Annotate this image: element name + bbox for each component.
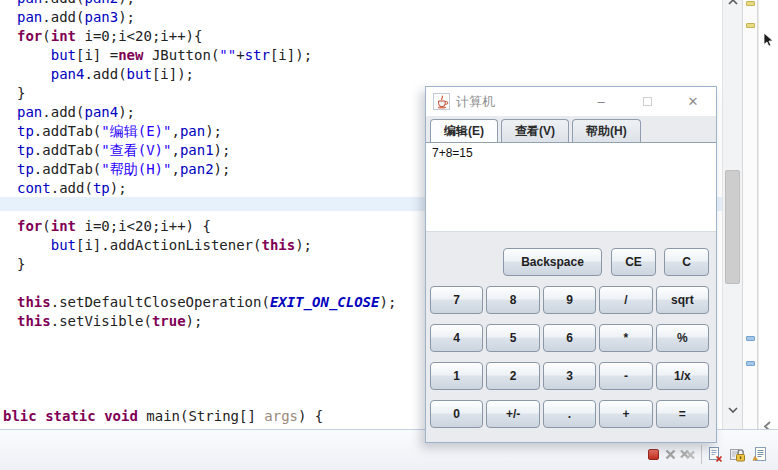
calc-button-backspace[interactable]: Backspace — [503, 248, 602, 276]
calc-key-1[interactable]: 1 — [430, 362, 483, 390]
calc-button-c[interactable]: C — [664, 248, 709, 276]
remove-all-terminated-icon — [679, 448, 696, 461]
calc-key-5[interactable]: 5 — [486, 324, 539, 352]
calc-button-ce[interactable]: CE — [611, 248, 656, 276]
code-line: blic static void main(String[] args) { — [3, 407, 396, 426]
terminate-button[interactable] — [645, 446, 662, 463]
code-line: tp.addTab("查看(V)",pan1); — [17, 141, 396, 160]
minimize-button[interactable]: – — [578, 87, 624, 116]
chevron-up-icon — [728, 0, 738, 5]
code-line: but[i] =new JButton(""+str[i]); — [17, 46, 396, 65]
code-line: pan4.add(but[i]); — [17, 65, 396, 84]
occurrence-marker[interactable] — [746, 23, 755, 28]
code-line: for(int i=0;i<20;i++) { — [17, 217, 396, 236]
calc-content: 7+8=15 BackspaceCEC 789/sqrt456*%123-1/x… — [426, 143, 716, 443]
calc-key-3[interactable]: 3 — [543, 362, 596, 390]
code-line: this.setDefaultCloseOperation(EXIT_ON_CL… — [17, 293, 396, 312]
scroll-lock-icon — [729, 446, 746, 463]
java-app-icon — [433, 93, 450, 110]
overview-ruler[interactable] — [742, 0, 758, 429]
toolbar-separator — [701, 445, 702, 464]
code-line — [17, 388, 396, 407]
calc-key-7[interactable]: 7 — [430, 286, 483, 314]
keypad-row: 456*% — [430, 324, 709, 352]
code-line — [17, 274, 396, 293]
code-line: this.setVisible(true); — [17, 312, 396, 331]
window-title: 计算机 — [456, 93, 495, 111]
keypad-row: 123-1/x — [430, 362, 709, 390]
code-line: tp.addTab("帮助(H)",pan2); — [17, 160, 396, 179]
calc-key-/[interactable]: / — [599, 286, 652, 314]
calc-key-1/x[interactable]: 1/x — [656, 362, 709, 390]
calc-key-*[interactable]: * — [599, 324, 652, 352]
scroll-down-button[interactable] — [723, 402, 743, 417]
chevron-down-icon — [728, 407, 738, 413]
calc-tab-2[interactable]: 查看(V) — [501, 119, 569, 142]
search-marker[interactable] — [746, 336, 755, 341]
calc-tab-3[interactable]: 帮助(H) — [572, 119, 641, 142]
right-margin-column — [758, 0, 778, 429]
search-marker[interactable] — [746, 361, 755, 366]
code-line: pan.add(pan4); — [17, 103, 396, 122]
calc-key-+/-[interactable]: +/- — [486, 400, 539, 428]
maximize-button[interactable] — [624, 87, 670, 116]
calculator-titlebar[interactable]: 计算机 – ✕ — [426, 87, 716, 116]
close-button[interactable]: ✕ — [670, 87, 716, 116]
keypad-row: 789/sqrt — [430, 286, 709, 314]
remove-launch-button[interactable] — [662, 446, 679, 463]
code-line: but[i].addActionListener(this); — [17, 236, 396, 255]
calc-key-.[interactable]: . — [543, 400, 596, 428]
console-settings-icon — [751, 446, 768, 463]
scroll-lock-button[interactable] — [729, 446, 746, 463]
remove-all-terminated-button[interactable] — [679, 446, 696, 463]
scroll-up-button[interactable] — [723, 0, 743, 9]
calc-key-8[interactable]: 8 — [486, 286, 539, 314]
calc-key--[interactable]: - — [599, 362, 652, 390]
console-settings-button[interactable] — [751, 446, 768, 463]
calc-key-=[interactable]: = — [656, 400, 709, 428]
code-line — [17, 331, 396, 350]
code-line — [17, 369, 396, 388]
code-line: pan.add(pan3); — [17, 8, 396, 27]
code-line: for(int i=0;i<20;i++){ — [17, 27, 396, 46]
keypad-row: 0+/-.+= — [430, 400, 709, 428]
code-line: cont.add(tp); — [17, 179, 396, 198]
code-line: pan.add(pan2); — [17, 0, 396, 8]
calc-key-9[interactable]: 9 — [543, 286, 596, 314]
maximize-icon — [643, 97, 652, 106]
code-line: tp.addTab("编辑(E)",pan); — [17, 122, 396, 141]
clear-console-button[interactable] — [707, 446, 724, 463]
code-line — [17, 350, 396, 369]
code-line: } — [17, 84, 396, 103]
calc-keypad: 789/sqrt456*%123-1/x0+/-.+= — [426, 286, 716, 428]
scrollbar-thumb[interactable] — [725, 170, 740, 284]
calc-key-+[interactable]: + — [599, 400, 652, 428]
code-line — [17, 198, 396, 217]
clear-console-icon — [707, 446, 724, 463]
mouse-cursor-icon — [763, 33, 775, 48]
calc-key-2[interactable]: 2 — [486, 362, 539, 390]
eclipse-workbench: pan.add(pan2);pan.add(pan3);for(int i=0;… — [0, 0, 778, 470]
editor-vertical-scrollbar[interactable] — [722, 0, 742, 429]
calc-tabbar: 编辑(E)查看(V)帮助(H) — [426, 116, 716, 143]
calc-key-%[interactable]: % — [656, 324, 709, 352]
terminate-icon — [648, 449, 659, 460]
calc-display[interactable]: 7+8=15 — [426, 143, 716, 232]
calc-key-0[interactable]: 0 — [430, 400, 483, 428]
occurrence-marker[interactable] — [746, 1, 755, 6]
calc-key-sqrt[interactable]: sqrt — [656, 286, 709, 314]
calc-key-4[interactable]: 4 — [430, 324, 483, 352]
calc-edit-row: BackspaceCEC — [426, 232, 716, 286]
calc-tab-1[interactable]: 编辑(E) — [430, 119, 498, 142]
remove-launch-icon — [664, 448, 677, 461]
calc-key-6[interactable]: 6 — [543, 324, 596, 352]
code-text: pan.add(pan2);pan.add(pan3);for(int i=0;… — [17, 0, 396, 426]
calculator-window[interactable]: 计算机 – ✕ 编辑(E)查看(V)帮助(H) 7+8=15 Backspace… — [425, 86, 717, 443]
code-line: } — [17, 255, 396, 274]
